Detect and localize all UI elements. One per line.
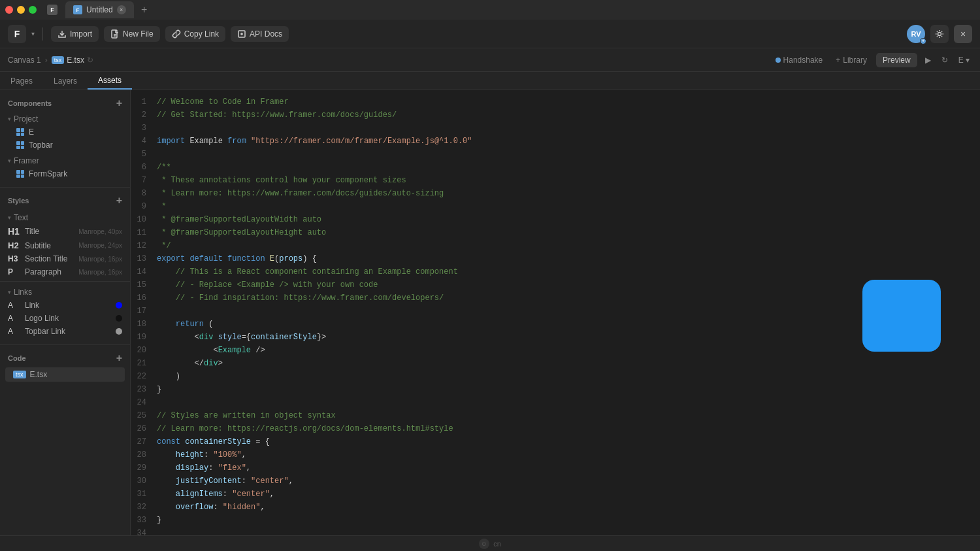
editor-line: 16 // - Find inspiration: https://www.fr…: [131, 292, 980, 305]
add-code-button[interactable]: +: [116, 353, 122, 363]
new-tab-button[interactable]: +: [137, 2, 152, 18]
style-link[interactable]: A Link: [0, 299, 130, 312]
sidebar-item-topbar[interactable]: Topbar: [0, 139, 130, 152]
editor-line: 9 *: [131, 200, 980, 213]
canvas-breadcrumb[interactable]: Canvas 1: [8, 56, 41, 65]
styles-header: Styles +: [0, 193, 130, 209]
copy-link-icon: [172, 29, 181, 39]
editor-line: 6/**: [131, 161, 980, 174]
style-topbar-link[interactable]: A Topbar Link: [0, 325, 130, 338]
close-panel-button[interactable]: ×: [954, 25, 972, 43]
code-label: Code: [8, 354, 26, 362]
svg-point-2: [938, 32, 941, 35]
code-header: Code +: [0, 350, 130, 366]
avatar[interactable]: RV +: [907, 25, 925, 43]
tab-untitled[interactable]: F Untitled ×: [65, 1, 134, 18]
tab-title: Untitled: [86, 5, 113, 14]
library-button[interactable]: + Library: [832, 54, 871, 67]
status-icon: ⊙: [479, 539, 489, 549]
editor-line: 27const containerStyle = {: [131, 435, 980, 448]
editor-line: 18 return (: [131, 318, 980, 331]
style-subtitle[interactable]: H2 Subtitle Manrope, 24px: [0, 239, 130, 252]
preview-button[interactable]: Preview: [876, 53, 917, 67]
import-button[interactable]: Import: [51, 26, 99, 42]
formspark-grid-icon: [16, 169, 25, 178]
editor-line: 31 alignItems: "center",: [131, 488, 980, 501]
editor-line: 10 * @framerSupportedLayoutWidth auto: [131, 213, 980, 226]
minimize-button[interactable]: [17, 6, 25, 14]
tab-assets[interactable]: Assets: [88, 72, 132, 90]
editor-line: 32 overflow: "hidden",: [131, 501, 980, 514]
sidebar-item-e[interactable]: E: [0, 125, 130, 139]
editor-line: 1// Welcome to Code in Framer: [131, 95, 980, 109]
text-chevron: ▾: [8, 214, 11, 221]
links-group-label[interactable]: ▾ Links: [0, 286, 130, 299]
app-icon: F: [47, 5, 57, 15]
style-paragraph[interactable]: P Paragraph Manrope, 16px: [0, 265, 130, 278]
editor-line: 8 * Learn more: https://www.framer.com/d…: [131, 187, 980, 200]
components-section: Components + ▾ Project E: [0, 90, 130, 187]
api-docs-button[interactable]: API Docs: [231, 26, 289, 42]
titlebar: F F Untitled × +: [0, 0, 980, 20]
editor-line: 14 // This is a React component containi…: [131, 265, 980, 278]
handshake-button[interactable]: Handshake: [772, 54, 827, 67]
new-file-icon: [110, 29, 120, 39]
run-button[interactable]: ▶: [923, 54, 934, 66]
logo-dropdown-arrow[interactable]: ▾: [31, 30, 35, 37]
tab-pages[interactable]: Pages: [0, 72, 43, 90]
toolbar: F ▾ Import New File Copy Link API Docs R…: [0, 20, 980, 48]
component-grid-icon-2: [16, 141, 25, 150]
close-button[interactable]: [5, 6, 13, 14]
svg-rect-0: [112, 30, 117, 38]
components-label: Components: [8, 99, 52, 107]
refresh-button[interactable]: ↻: [939, 54, 951, 66]
add-style-button[interactable]: +: [116, 195, 122, 206]
editor-line: 33}: [131, 514, 980, 527]
add-component-button[interactable]: +: [116, 98, 122, 109]
sidebar: Components + ▾ Project E: [0, 90, 131, 551]
editor-line: 12 */: [131, 239, 980, 252]
code-editor[interactable]: 1// Welcome to Code in Framer2// Get Sta…: [131, 90, 980, 551]
copy-link-button[interactable]: Copy Link: [165, 26, 225, 42]
code-section: Code + tsx E.tsx: [0, 345, 130, 388]
style-logo-link[interactable]: A Logo Link: [0, 312, 130, 325]
text-style-group: ▾ Text H1 Title Manrope, 40px H2 Subtitl…: [0, 209, 130, 282]
project-group-label[interactable]: ▾ Project: [0, 112, 130, 125]
editor-line: 28 height: "100%",: [131, 448, 980, 461]
components-header: Components +: [0, 95, 130, 111]
toolbar-right: RV + ×: [907, 25, 972, 43]
framer-group-label[interactable]: ▾ Framer: [0, 154, 130, 167]
new-file-button[interactable]: New File: [104, 26, 160, 42]
editor-line: 11 * @framerSupportedLayoutHeight auto: [131, 226, 980, 239]
maximize-button[interactable]: [29, 6, 37, 14]
code-item-etsx[interactable]: tsx E.tsx: [5, 367, 125, 382]
logo-button[interactable]: F: [8, 25, 26, 43]
editor-line: 30 justifyContent: "center",: [131, 475, 980, 488]
styles-label: Styles: [8, 197, 29, 205]
style-section-title[interactable]: H3 Section Title Manrope, 16px: [0, 252, 130, 265]
style-title[interactable]: H1 Title Manrope, 40px: [0, 224, 130, 239]
editor-line: 24: [131, 396, 980, 409]
status-label: cn: [493, 540, 501, 548]
framer-chevron: ▾: [8, 158, 11, 164]
text-group-label[interactable]: ▾ Text: [0, 211, 130, 224]
editor-line: 7 * These annotations control how your c…: [131, 174, 980, 187]
project-chevron: ▾: [8, 116, 11, 122]
editor-content: 1// Welcome to Code in Framer2// Get Sta…: [131, 90, 980, 551]
settings-button[interactable]: [930, 25, 949, 43]
file-breadcrumb: tsx E.tsx ↻: [52, 56, 93, 65]
preview-rectangle: [862, 280, 941, 352]
topbar-link-color-dot: [116, 328, 122, 335]
sidebar-item-formspark[interactable]: FormSpark: [0, 167, 130, 180]
links-style-group: ▾ Links A Link A Logo Link: [0, 284, 130, 339]
editor-line: 26// Learn more: https://reactjs.org/doc…: [131, 422, 980, 435]
editor-line: 4import Example from "https://framer.com…: [131, 135, 980, 148]
subtoolbar-right: Handshake + Library Preview ▶ ↻ E ▾: [772, 53, 972, 67]
editor-line: 19 <div style={containerStyle}>: [131, 331, 980, 344]
editor-menu-button[interactable]: E ▾: [956, 54, 972, 66]
tab-bar: F Untitled × +: [65, 1, 152, 18]
tab-close-button[interactable]: ×: [117, 5, 126, 14]
tab-layers[interactable]: Layers: [43, 72, 88, 90]
subtoolbar: Canvas 1 › tsx E.tsx ↻ Handshake + Libra…: [0, 48, 980, 72]
framer-group: ▾ Framer FormSpark: [0, 153, 130, 182]
